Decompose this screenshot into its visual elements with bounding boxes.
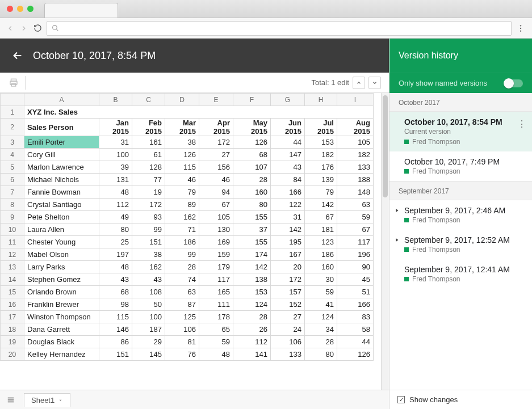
- cell-value[interactable]: 155: [233, 236, 271, 248]
- cell-name[interactable]: Pete Shelton: [24, 211, 99, 224]
- table-row[interactable]: 4Cory Gill100611262768147182182: [1, 149, 374, 161]
- cell-value[interactable]: 123: [305, 236, 337, 248]
- version-item[interactable]: September 9, 2017, 12:41 AMFred Thompson: [389, 259, 532, 289]
- cell-value[interactable]: 172: [271, 273, 305, 286]
- cell-value[interactable]: 87: [165, 298, 199, 311]
- cell-value[interactable]: 90: [337, 261, 374, 273]
- cell-value[interactable]: 155: [233, 211, 271, 224]
- cell-value[interactable]: 79: [305, 186, 337, 199]
- cell-value[interactable]: 43: [132, 273, 165, 286]
- table-row[interactable]: 6Michael Nichols1317746462884139188: [1, 174, 374, 186]
- row-header[interactable]: 18: [1, 323, 24, 336]
- prev-edit-button[interactable]: [353, 77, 365, 89]
- cell-value[interactable]: 50: [132, 298, 165, 311]
- table-row[interactable]: 9Pete Shelton4993162105155316759: [1, 211, 374, 224]
- col-header[interactable]: D: [165, 94, 199, 106]
- versions-list[interactable]: October 2017October 10, 2017, 8:54 PMCur…: [389, 93, 532, 390]
- row-header[interactable]: 11: [1, 236, 24, 248]
- row-header[interactable]: 6: [1, 174, 24, 186]
- cell-value[interactable]: 124: [305, 311, 337, 323]
- cell-value[interactable]: 133: [271, 348, 305, 361]
- cell-value[interactable]: 59: [305, 286, 337, 298]
- cell-value[interactable]: 68: [99, 286, 132, 298]
- next-edit-button[interactable]: [368, 77, 381, 89]
- window-minimize-icon[interactable]: [17, 6, 23, 12]
- cell-value[interactable]: 161: [132, 136, 165, 149]
- cell-name[interactable]: Laura Allen: [24, 224, 99, 236]
- nav-forward-icon[interactable]: [19, 24, 28, 33]
- cell-value[interactable]: 176: [305, 161, 337, 174]
- cell-value[interactable]: 141: [233, 348, 271, 361]
- cell-value[interactable]: 19: [132, 186, 165, 199]
- cell-value[interactable]: 43: [99, 273, 132, 286]
- cell-value[interactable]: 74: [165, 273, 199, 286]
- cell-value[interactable]: 68: [233, 149, 271, 161]
- cell-value[interactable]: 59: [337, 211, 374, 224]
- cell-value[interactable]: 142: [305, 199, 337, 211]
- data-column-header[interactable]: May 2015: [233, 119, 271, 136]
- cell-value[interactable]: 139: [305, 174, 337, 186]
- row-header[interactable]: 16: [1, 298, 24, 311]
- cell-value[interactable]: 151: [99, 348, 132, 361]
- cell-value[interactable]: 122: [271, 199, 305, 211]
- cell-value[interactable]: 142: [271, 224, 305, 236]
- cell-value[interactable]: 142: [233, 261, 271, 273]
- cell-value[interactable]: 31: [271, 211, 305, 224]
- table-row[interactable]: 5Marlon Lawrence3912811515610743176133: [1, 161, 374, 174]
- cell-value[interactable]: 76: [165, 348, 199, 361]
- cell-name[interactable]: Dana Garrett: [24, 323, 99, 336]
- cell-value[interactable]: 67: [305, 211, 337, 224]
- cell-value[interactable]: 165: [199, 286, 233, 298]
- cell-value[interactable]: 130: [199, 224, 233, 236]
- browser-menu-icon[interactable]: [516, 24, 526, 33]
- row-header[interactable]: 20: [1, 348, 24, 361]
- cell-value[interactable]: 48: [199, 348, 233, 361]
- cell-value[interactable]: 179: [199, 261, 233, 273]
- cell-value[interactable]: 29: [132, 336, 165, 348]
- cell-value[interactable]: 147: [271, 149, 305, 161]
- version-item[interactable]: September 9, 2017, 2:46 AMFred Thompson: [389, 200, 532, 230]
- cell-value[interactable]: 182: [337, 149, 374, 161]
- window-close-icon[interactable]: [7, 6, 13, 12]
- cell-value[interactable]: 63: [337, 199, 374, 211]
- cell-value[interactable]: 186: [305, 248, 337, 261]
- cell-value[interactable]: 46: [165, 174, 199, 186]
- cell-value[interactable]: 71: [165, 224, 199, 236]
- cell-value[interactable]: 186: [165, 236, 199, 248]
- select-all-corner[interactable]: [1, 94, 24, 106]
- reload-icon[interactable]: [33, 24, 42, 33]
- cell-value[interactable]: 196: [337, 248, 374, 261]
- row-header[interactable]: 10: [1, 224, 24, 236]
- cell-value[interactable]: 133: [337, 161, 374, 174]
- cell-value[interactable]: 107: [233, 161, 271, 174]
- table-row[interactable]: 8Crystal Santiago11217289678012214263: [1, 199, 374, 211]
- cell-value[interactable]: 83: [337, 311, 374, 323]
- table-row[interactable]: 3Emili Porter311613817212644153105: [1, 136, 374, 149]
- cell-value[interactable]: 197: [99, 248, 132, 261]
- cell-value[interactable]: 157: [271, 286, 305, 298]
- cell-value[interactable]: 99: [165, 248, 199, 261]
- cell-value[interactable]: 195: [271, 236, 305, 248]
- cell-name[interactable]: Franklin Brewer: [24, 298, 99, 311]
- cell-value[interactable]: 188: [337, 174, 374, 186]
- col-header[interactable]: B: [99, 94, 132, 106]
- cell-name[interactable]: Michael Nichols: [24, 174, 99, 186]
- cell-value[interactable]: 67: [337, 224, 374, 236]
- cell-value[interactable]: 111: [199, 298, 233, 311]
- cell-name[interactable]: Winston Thompson: [24, 311, 99, 323]
- cell-value[interactable]: 48: [99, 186, 132, 199]
- table-row[interactable]: 15Orlando Brown68108631651531575951: [1, 286, 374, 298]
- cell-value[interactable]: 98: [99, 298, 132, 311]
- cell-value[interactable]: 51: [337, 286, 374, 298]
- cell-value[interactable]: 67: [199, 199, 233, 211]
- data-column-header[interactable]: Sales Person: [24, 119, 99, 136]
- col-header[interactable]: G: [271, 94, 305, 106]
- spreadsheet-grid[interactable]: A B C D E F G H I 1XYZ Inc. Sales2Sales …: [0, 93, 374, 361]
- cell-name[interactable]: Larry Parks: [24, 261, 99, 273]
- table-row[interactable]: 14Stephen Gomez4343741171381723045: [1, 273, 374, 286]
- cell-value[interactable]: 39: [99, 161, 132, 174]
- data-column-header[interactable]: Jun 2015: [271, 119, 305, 136]
- data-column-header[interactable]: Feb 2015: [132, 119, 165, 136]
- row-header[interactable]: 17: [1, 311, 24, 323]
- cell-value[interactable]: 178: [199, 311, 233, 323]
